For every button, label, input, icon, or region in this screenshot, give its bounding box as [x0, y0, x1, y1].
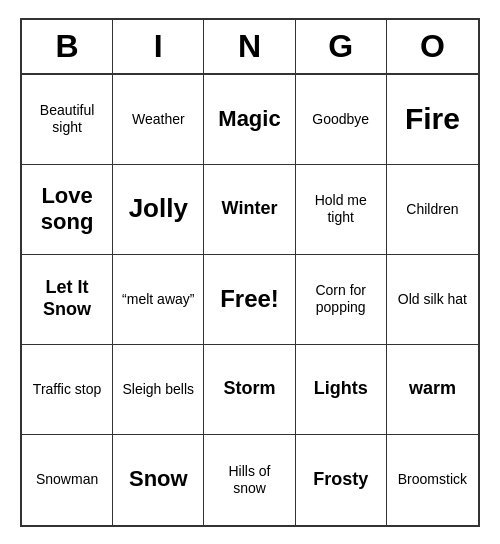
bingo-cell: Hills of snow — [204, 435, 295, 525]
bingo-cell: Fire — [387, 75, 478, 165]
header-letter: G — [296, 20, 387, 73]
bingo-cell: Goodbye — [296, 75, 387, 165]
bingo-cell: Sleigh bells — [113, 345, 204, 435]
bingo-cell: Hold me tight — [296, 165, 387, 255]
bingo-grid: Beautiful sightWeatherMagicGoodbyeFireLo… — [22, 75, 478, 525]
bingo-cell: Magic — [204, 75, 295, 165]
bingo-header: BINGO — [22, 20, 478, 75]
bingo-cell: Free! — [204, 255, 295, 345]
bingo-cell: Traffic stop — [22, 345, 113, 435]
bingo-cell: Frosty — [296, 435, 387, 525]
bingo-cell: Broomstick — [387, 435, 478, 525]
header-letter: O — [387, 20, 478, 73]
bingo-cell: Love song — [22, 165, 113, 255]
bingo-cell: Weather — [113, 75, 204, 165]
bingo-cell: Old silk hat — [387, 255, 478, 345]
bingo-cell: “melt away” — [113, 255, 204, 345]
bingo-cell: Children — [387, 165, 478, 255]
bingo-cell: Jolly — [113, 165, 204, 255]
bingo-card: BINGO Beautiful sightWeatherMagicGoodbye… — [20, 18, 480, 527]
bingo-cell: Beautiful sight — [22, 75, 113, 165]
header-letter: I — [113, 20, 204, 73]
header-letter: B — [22, 20, 113, 73]
bingo-cell: Snowman — [22, 435, 113, 525]
bingo-cell: Let It Snow — [22, 255, 113, 345]
bingo-cell: Corn for popping — [296, 255, 387, 345]
bingo-cell: warm — [387, 345, 478, 435]
bingo-cell: Lights — [296, 345, 387, 435]
bingo-cell: Storm — [204, 345, 295, 435]
bingo-cell: Snow — [113, 435, 204, 525]
header-letter: N — [204, 20, 295, 73]
bingo-cell: Winter — [204, 165, 295, 255]
